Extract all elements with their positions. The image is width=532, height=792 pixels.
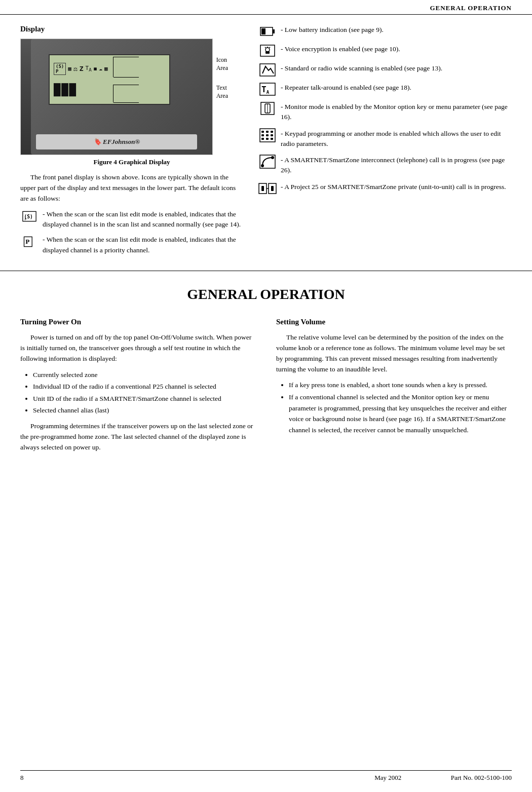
- monitor-item: - Monitor mode is enabled by the Monitor…: [258, 102, 512, 123]
- monitor-desc: - Monitor mode is enabled by the Monitor…: [281, 102, 512, 123]
- general-op-title: GENERAL OPERATION: [187, 286, 345, 302]
- smartnet-tele-desc: - A SMARTNET/SmartZone interconnect (tel…: [281, 155, 512, 176]
- general-operation-header: GENERAL OPERATION: [0, 271, 532, 313]
- svg-rect-7: [261, 28, 265, 34]
- svg-rect-6: [273, 29, 275, 33]
- bullet-4: Selected channel alias (last): [33, 405, 256, 416]
- turning-power-section: Turning Power On Power is turned on and …: [20, 318, 256, 458]
- keypad-icon: [259, 128, 276, 142]
- svg-rect-22: [266, 131, 269, 133]
- wide-scan-icon: [259, 63, 276, 77]
- turning-power-body2: Programming determines if the transceive…: [20, 421, 256, 453]
- svg-text:P: P: [25, 238, 29, 246]
- low-battery-icon-box: [258, 25, 277, 38]
- figure-inner: (S)P ▩ ⚖ Z TA ◼ ☁ ▩ ███ 🔖 EFJoh: [21, 39, 212, 155]
- screen-icons: (S)P ▩ ⚖ Z TA ◼ ☁ ▩: [54, 63, 165, 75]
- svg-rect-28: [266, 138, 269, 140]
- low-battery-icon: [260, 26, 275, 37]
- low-battery-desc: - Low battery indication (see page 9).: [281, 25, 384, 35]
- keypad-item: - Keypad programming or another mode is …: [258, 129, 512, 149]
- scan-list-description: - When the scan or the scan list edit mo…: [43, 209, 243, 230]
- priority-description: - When the scan or the scan list edit mo…: [43, 235, 243, 255]
- svg-rect-10: [265, 51, 270, 54]
- volume-bullet-2: If a conventional channel is selected an…: [289, 392, 512, 435]
- setting-volume-title: Setting Volume: [276, 318, 512, 326]
- bullet-1: Currently selected zone: [33, 369, 256, 381]
- scan-list-icon-box: (S) P: [20, 209, 39, 223]
- bullet-2: Individual ID of the radio if a conventi…: [33, 381, 256, 392]
- monitor-icon: [260, 102, 275, 115]
- display-body-text: The front panel display is shown above. …: [20, 172, 243, 204]
- right-column: - Low battery indication (see page 9). -…: [258, 25, 512, 260]
- content-area: Display (S)P ▩ ⚖ Z TA ◼: [0, 15, 532, 260]
- setting-volume-body: The relative volume level can be determi…: [276, 332, 512, 375]
- project25-desc: - A Project 25 or SMARTNET/SmartZone pri…: [281, 182, 506, 192]
- footer-date: May 2002: [374, 774, 401, 781]
- two-col-section: Turning Power On Power is turned on and …: [0, 313, 532, 468]
- turning-power-body: Power is turned on and off by the top pa…: [20, 332, 256, 364]
- header-title: GENERAL OPERATION: [430, 4, 512, 12]
- left-column: Display (S)P ▩ ⚖ Z TA ◼: [20, 25, 243, 260]
- footer-date-part: May 2002 Part No. 002-5100-100: [374, 774, 512, 782]
- smartnet-tele-icon: [259, 155, 276, 169]
- svg-text:P: P: [24, 217, 26, 221]
- repeater-item: TA - Repeater talk-around is enabled (se…: [258, 83, 512, 96]
- voice-encrypt-item: - Voice encryption is enabled (see page …: [258, 44, 512, 57]
- wide-scan-icon-box: [258, 63, 277, 77]
- svg-rect-29: [271, 138, 273, 140]
- project25-icon-box: [258, 182, 277, 195]
- volume-bullet-1: If a key press tone is enabled, a short …: [289, 380, 512, 391]
- svg-rect-37: [271, 186, 274, 191]
- page-footer: 8 May 2002 Part No. 002-5100-100: [20, 770, 512, 782]
- repeater-icon: TA: [259, 83, 276, 96]
- repeater-icon-box: TA: [258, 83, 277, 96]
- voice-encrypt-icon-box: [258, 44, 277, 57]
- svg-point-31: [271, 156, 274, 159]
- turning-power-title: Turning Power On: [20, 318, 256, 326]
- svg-rect-23: [271, 131, 273, 133]
- bullet-3: Unit ID of the radio if a SMARTNET/Smart…: [33, 393, 256, 404]
- page-header: GENERAL OPERATION: [0, 0, 532, 15]
- figure-caption: Figure 4 Graphical Display: [20, 158, 243, 166]
- turning-power-bullets: Currently selected zone Individual ID of…: [20, 369, 256, 416]
- radio-screen: (S)P ▩ ⚖ Z TA ◼ ☁ ▩ ███: [49, 54, 170, 105]
- screen-text: ███: [54, 84, 165, 96]
- page-number: 8: [20, 774, 24, 782]
- scan-list-icon: (S) P: [22, 211, 36, 222]
- project25-icon: [258, 181, 277, 196]
- svg-rect-26: [271, 134, 273, 136]
- scan-list-item: (S) P - When the scan or the scan list e…: [20, 209, 243, 230]
- voice-encrypt-desc: - Voice encryption is enabled (see page …: [281, 44, 400, 54]
- low-battery-item: - Low battery indication (see page 9).: [258, 25, 512, 38]
- keypad-desc: - Keypad programming or another mode is …: [281, 129, 512, 149]
- display-section-title: Display: [20, 25, 243, 33]
- project25-item: - A Project 25 or SMARTNET/SmartZone pri…: [258, 182, 512, 195]
- setting-volume-bullets: If a key press tone is enabled, a short …: [276, 380, 512, 435]
- icon-area-label: IconArea: [216, 56, 228, 72]
- svg-rect-25: [266, 134, 269, 136]
- wide-scan-desc: - Standard or radio wide scanning is ena…: [281, 63, 442, 73]
- svg-point-32: [261, 164, 264, 167]
- svg-rect-21: [261, 131, 264, 133]
- priority-item: P - When the scan or the scan list edit …: [20, 235, 243, 255]
- smartnet-tele-icon-box: [258, 155, 277, 168]
- svg-rect-24: [261, 134, 264, 136]
- footer-part-number: Part No. 002-5100-100: [451, 774, 512, 781]
- svg-rect-27: [261, 138, 264, 140]
- keypad-icon-box: [258, 129, 277, 142]
- smartnet-tele-item: - A SMARTNET/SmartZone interconnect (tel…: [258, 155, 512, 176]
- text-area-label: TextArea: [216, 84, 228, 100]
- svg-rect-36: [261, 186, 264, 191]
- wide-scan-item: - Standard or radio wide scanning is ena…: [258, 63, 512, 77]
- repeater-desc: - Repeater talk-around is enabled (see p…: [281, 83, 411, 93]
- setting-volume-section: Setting Volume The relative volume level…: [276, 318, 512, 458]
- display-figure: (S)P ▩ ⚖ Z TA ◼ ☁ ▩ ███ 🔖 EFJoh: [20, 39, 213, 155]
- priority-icon: P: [22, 236, 36, 247]
- priority-icon-box: P: [20, 235, 39, 249]
- brand-bar: 🔖 EFJohnson®: [36, 134, 197, 149]
- voice-encrypt-icon: [260, 45, 275, 57]
- monitor-icon-box: [258, 102, 277, 115]
